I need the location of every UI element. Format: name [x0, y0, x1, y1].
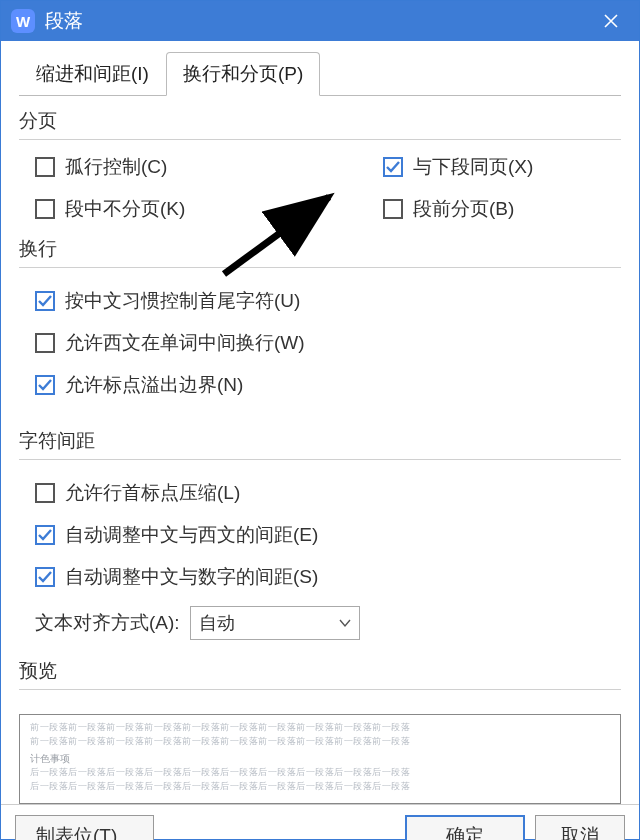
preview-filler-line: 前一段落前一段落前一段落前一段落前一段落前一段落前一段落前一段落前一段落前一段落 [30, 721, 610, 735]
checkbox-cjk-first-last[interactable]: 按中文习惯控制首尾字符(U) [35, 288, 300, 314]
checkbox-label: 与下段同页(X) [413, 154, 533, 180]
checkbox-icon [35, 291, 55, 311]
section-preview-label: 预览 [19, 658, 621, 684]
checkbox-icon [35, 375, 55, 395]
close-icon [603, 13, 619, 29]
window-title: 段落 [45, 8, 591, 34]
section-pagination: 孤行控制(C) 与下段同页(X) 段中不分页(K) [19, 140, 621, 226]
section-char-spacing-label: 字符间距 [19, 428, 621, 454]
checkbox-label: 自动调整中文与数字的间距(S) [65, 564, 318, 590]
section-char-spacing: 允许行首标点压缩(L) 自动调整中文与西文的间距(E) 自动调整中文与数字的间距… [19, 460, 621, 644]
checkbox-punct-overflow[interactable]: 允许标点溢出边界(N) [35, 372, 243, 398]
checkbox-icon [35, 157, 55, 177]
checkbox-label: 段中不分页(K) [65, 196, 185, 222]
dialog-content: 缩进和间距(I) 换行和分页(P) 分页 孤行控制(C) 与下段同页(X) [1, 41, 639, 804]
tab-strip: 缩进和间距(I) 换行和分页(P) [19, 51, 621, 96]
checkbox-widow-control[interactable]: 孤行控制(C) [35, 154, 273, 180]
checkbox-label: 段前分页(B) [413, 196, 514, 222]
cancel-button[interactable]: 取消 [535, 815, 625, 840]
checkbox-icon [383, 199, 403, 219]
preview-panel: 前一段落前一段落前一段落前一段落前一段落前一段落前一段落前一段落前一段落前一段落… [19, 714, 621, 804]
select-value: 自动 [199, 611, 235, 635]
tab-indent-spacing[interactable]: 缩进和间距(I) [19, 52, 166, 96]
chevron-down-icon [339, 613, 351, 634]
checkbox-icon [35, 483, 55, 503]
ok-button[interactable]: 确定 [405, 815, 525, 840]
text-alignment-select[interactable]: 自动 [190, 606, 360, 640]
checkbox-punct-compress[interactable]: 允许行首标点压缩(L) [35, 480, 240, 506]
checkbox-label: 允许西文在单词中间换行(W) [65, 330, 305, 356]
checkbox-icon [35, 199, 55, 219]
checkbox-cjk-latin-space[interactable]: 自动调整中文与西文的间距(E) [35, 522, 318, 548]
preview-sample-text: 计色事项 [30, 752, 610, 766]
preview-filler-line: 后一段落后一段落后一段落后一段落后一段落后一段落后一段落后一段落后一段落后一段落 [30, 780, 610, 794]
checkbox-label: 允许标点溢出边界(N) [65, 372, 243, 398]
checkbox-icon [383, 157, 403, 177]
paragraph-dialog: W 段落 缩进和间距(I) 换行和分页(P) 分页 孤行控制(C) [0, 0, 640, 840]
preview-filler-line: 后一段落后一段落后一段落后一段落后一段落后一段落后一段落后一段落后一段落后一段落 [30, 766, 610, 780]
checkbox-keep-with-next[interactable]: 与下段同页(X) [383, 154, 621, 180]
checkbox-keep-lines-together[interactable]: 段中不分页(K) [35, 196, 273, 222]
app-icon: W [11, 9, 35, 33]
section-pagination-label: 分页 [19, 108, 621, 134]
checkbox-latin-word-break[interactable]: 允许西文在单词中间换行(W) [35, 330, 305, 356]
checkbox-label: 孤行控制(C) [65, 154, 167, 180]
checkbox-label: 自动调整中文与西文的间距(E) [65, 522, 318, 548]
title-bar: W 段落 [1, 1, 639, 41]
section-linebreak: 按中文习惯控制首尾字符(U) 允许西文在单词中间换行(W) 允许标点溢出边界(N… [19, 268, 621, 418]
checkbox-icon [35, 567, 55, 587]
tabs-button[interactable]: 制表位(T)... [15, 815, 154, 840]
checkbox-label: 按中文习惯控制首尾字符(U) [65, 288, 300, 314]
checkbox-icon [35, 525, 55, 545]
section-linebreak-label: 换行 [19, 236, 621, 262]
dialog-footer: 制表位(T)... 确定 取消 [1, 804, 639, 840]
checkbox-cjk-digit-space[interactable]: 自动调整中文与数字的间距(S) [35, 564, 318, 590]
preview-filler-line: 前一段落前一段落前一段落前一段落前一段落前一段落前一段落前一段落前一段落前一段落 [30, 735, 610, 749]
tab-line-page-break[interactable]: 换行和分页(P) [166, 52, 320, 96]
checkbox-label: 允许行首标点压缩(L) [65, 480, 240, 506]
close-button[interactable] [591, 1, 631, 41]
text-alignment-label: 文本对齐方式(A): [35, 610, 180, 636]
checkbox-page-break-before[interactable]: 段前分页(B) [383, 196, 621, 222]
checkbox-icon [35, 333, 55, 353]
